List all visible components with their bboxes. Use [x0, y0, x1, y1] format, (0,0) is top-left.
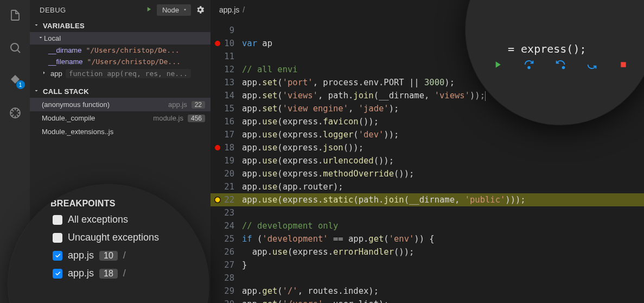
debug-sidebar: DEBUG Node VARIABLES Local __dirname"/Us…	[30, 0, 211, 303]
code-line[interactable]: 29app.get('/', routes.index);	[211, 285, 644, 298]
line-number: 23	[211, 206, 242, 219]
breakpoints-section-header[interactable]: BREAKPOINTS	[8, 197, 209, 211]
line-number: 30	[211, 298, 242, 303]
variables-scope-local[interactable]: Local	[30, 32, 211, 45]
continue-button[interactable]	[492, 59, 503, 71]
line-number: 16	[211, 115, 242, 128]
variables-section-header[interactable]: VARIABLES	[30, 20, 211, 32]
debug-toolbar	[492, 59, 629, 71]
step-into-button[interactable]	[554, 59, 566, 71]
breakpoint-row[interactable]: All exceptions	[8, 211, 209, 229]
start-debug-button[interactable]	[145, 5, 152, 15]
callstack-section-header[interactable]: CALL STACK	[30, 85, 211, 98]
current-breakpoint-dot	[215, 197, 220, 203]
checkbox[interactable]	[53, 251, 62, 261]
editor-area: app.js / = express(); 910var ap1112// al…	[211, 0, 644, 303]
step-over-button[interactable]	[523, 59, 535, 71]
explorer-icon[interactable]	[8, 8, 23, 23]
code-line[interactable]: 18app.use(express.json());	[211, 141, 644, 154]
debug-title: DEBUG	[40, 6, 66, 14]
code-line[interactable]: 20app.use(express.methodOverride());	[211, 167, 644, 180]
line-number: 28	[211, 272, 242, 285]
code-line[interactable]: 21app.use(app.router);	[211, 180, 644, 193]
svg-point-4	[528, 67, 530, 69]
line-number: 10	[211, 37, 242, 50]
line-number: 15	[211, 102, 242, 115]
line-number: 24	[211, 219, 242, 232]
line-number: 11	[211, 50, 242, 63]
checkbox[interactable]	[53, 215, 62, 225]
debug-settings-button[interactable]	[195, 5, 205, 15]
breakpoints-lens: BREAKPOINTS All exceptionsUncaught excep…	[8, 185, 209, 303]
breakpoint-dot[interactable]	[215, 145, 220, 150]
express-snippet: = express();	[508, 42, 586, 55]
breakpoint-row[interactable]: app.js10/	[8, 247, 209, 264]
breakpoint-row[interactable]: Uncaught exceptions	[8, 229, 209, 247]
source-control-icon[interactable]: 1	[8, 73, 23, 88]
code-line[interactable]: 26 app.use(express.errorHandler());	[211, 245, 644, 258]
code-line[interactable]: 22app.use(express.static(path.join(__dir…	[211, 193, 644, 206]
debug-config-select[interactable]: Node	[157, 4, 191, 16]
callstack-frame[interactable]: Module._extensions..js	[30, 125, 211, 138]
search-icon[interactable]	[8, 40, 23, 55]
breakpoint-row[interactable]: app.js18/	[8, 264, 209, 282]
code-line[interactable]: 30app.get('/users', user.list);	[211, 298, 644, 303]
line-number: 22	[211, 193, 242, 206]
debug-header: DEBUG Node	[30, 0, 211, 20]
code-line[interactable]: 23	[211, 206, 644, 219]
code-line[interactable]: 27}	[211, 258, 644, 272]
line-number: 9	[211, 24, 242, 37]
line-number: 29	[211, 285, 242, 298]
code-line[interactable]: 25if ('development' == app.get('env')) {	[211, 232, 644, 245]
line-number: 27	[211, 258, 242, 272]
line-number: 17	[211, 128, 242, 141]
checkbox[interactable]	[53, 233, 62, 243]
code-line[interactable]: 19app.use(express.urlencoded());	[211, 154, 644, 167]
svg-point-5	[563, 67, 565, 69]
line-number: 21	[211, 180, 242, 193]
line-number: 12	[211, 63, 242, 76]
line-number: 18	[211, 141, 242, 154]
code-line[interactable]: 17app.use(express.logger('dev'));	[211, 128, 644, 141]
code-line[interactable]: 24// development only	[211, 219, 644, 232]
variable-row-app[interactable]: app function app(req, res, ne...	[30, 67, 211, 80]
line-number: 26	[211, 245, 242, 258]
svg-point-0	[11, 43, 18, 51]
line-number: 14	[211, 89, 242, 102]
line-number: 25	[211, 232, 242, 245]
editor-tab[interactable]: app.js	[219, 5, 239, 14]
tab-separator: /	[243, 5, 245, 14]
step-out-button[interactable]	[586, 59, 598, 71]
line-number: 19	[211, 154, 242, 167]
variable-row[interactable]: __dirname"/Users/christop/De...	[30, 45, 211, 56]
debug-icon[interactable]	[8, 105, 23, 121]
stop-button[interactable]	[617, 59, 629, 71]
line-number: 13	[211, 76, 242, 89]
breakpoint-dot[interactable]	[215, 41, 220, 46]
svg-rect-6	[621, 62, 626, 67]
line-number: 20	[211, 167, 242, 180]
variable-row[interactable]: __filename"/Users/christop/De...	[30, 56, 211, 67]
git-badge: 1	[16, 80, 25, 89]
callstack-frame[interactable]: Module._compilemodule.js456	[30, 111, 211, 125]
callstack-frame[interactable]: (anonymous function)app.js22	[30, 98, 211, 111]
code-line[interactable]: 28	[211, 272, 644, 285]
checkbox[interactable]	[53, 269, 62, 279]
